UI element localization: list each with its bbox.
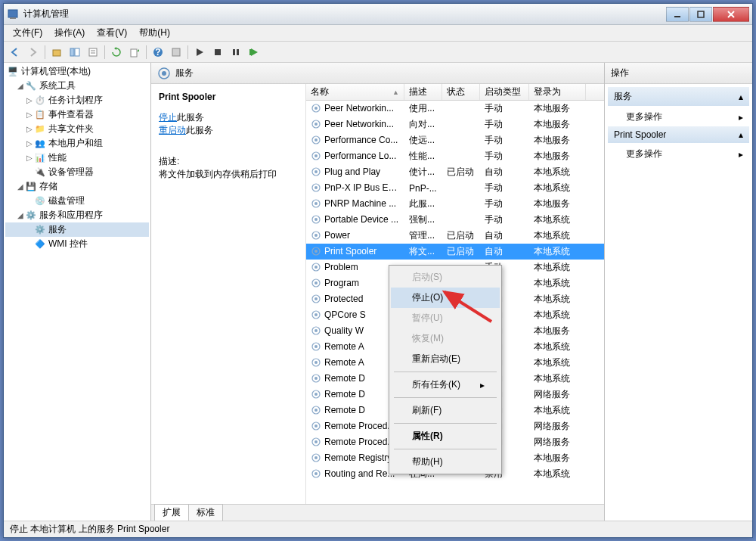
ctx-properties[interactable]: 属性(R) xyxy=(391,426,500,446)
action-more-1[interactable]: 更多操作▸ xyxy=(608,107,749,126)
cell-startup: 手动 xyxy=(480,212,529,228)
expand-icon[interactable]: ▷ xyxy=(25,139,34,148)
svg-point-21 xyxy=(162,71,166,76)
svg-point-65 xyxy=(314,440,318,443)
cell-name: Print Spooler xyxy=(306,244,404,260)
help-button[interactable]: ? xyxy=(150,44,166,61)
app-icon xyxy=(7,8,19,20)
tree-wmi[interactable]: 🔷WMI 控件 xyxy=(5,237,149,251)
service-row[interactable]: Peer Networkin...使用...手动本地服务 xyxy=(306,101,604,117)
refresh-button[interactable] xyxy=(108,44,125,61)
svg-point-43 xyxy=(314,266,318,269)
tree-system-tools[interactable]: ◢🔧系统工具 xyxy=(5,79,149,93)
forward-button[interactable] xyxy=(25,44,42,61)
expand-icon[interactable]: ▷ xyxy=(25,110,34,119)
tree-task-scheduler[interactable]: ▷⏱️任务计划程序 xyxy=(5,93,149,107)
collapse-icon[interactable]: ◢ xyxy=(16,211,25,219)
action-section-spooler[interactable]: Print Spooler▴ xyxy=(608,126,749,143)
detail-desc-label: 描述: xyxy=(159,155,298,168)
tree-device-manager[interactable]: 🔌设备管理器 xyxy=(5,165,149,179)
svg-point-35 xyxy=(314,202,318,205)
tree-services-apps[interactable]: ◢⚙️服务和应用程序 xyxy=(5,208,149,222)
gear-icon xyxy=(311,452,323,465)
collapse-icon[interactable]: ◢ xyxy=(16,82,25,90)
tree-event-viewer[interactable]: ▷📋事件查看器 xyxy=(5,107,149,122)
tree-label: WMI 控件 xyxy=(48,238,88,250)
menu-action[interactable]: 操作(A) xyxy=(48,25,91,41)
col-startup[interactable]: 启动类型 xyxy=(480,84,529,100)
tree-performance[interactable]: ▷📊性能 xyxy=(5,151,149,165)
expand-icon[interactable]: ▷ xyxy=(25,154,34,162)
menu-view[interactable]: 查看(V) xyxy=(91,25,133,41)
cell-logon: 本地服务 xyxy=(529,148,586,164)
tree-label: 本地用户和组 xyxy=(48,137,103,150)
ctx-refresh[interactable]: 刷新(F) xyxy=(391,400,500,421)
up-button[interactable] xyxy=(48,44,65,61)
cell-startup: 手动 xyxy=(480,117,529,132)
tree-shared-folders[interactable]: ▷📁共享文件夹 xyxy=(5,122,149,136)
service-row[interactable]: Portable Device ...强制...手动本地系统 xyxy=(306,212,604,228)
start-service-button[interactable] xyxy=(191,44,208,61)
cell-desc: PnP-... xyxy=(404,182,442,195)
gear-icon xyxy=(311,389,323,401)
service-row[interactable]: PnP-X IP Bus En...PnP-...手动本地系统 xyxy=(306,180,604,196)
back-button[interactable] xyxy=(7,44,23,61)
export-button[interactable] xyxy=(126,44,143,61)
tab-extended[interactable]: 扩展 xyxy=(154,504,189,521)
titlebar[interactable]: 计算机管理 xyxy=(4,4,752,25)
ctx-help[interactable]: 帮助(H) xyxy=(391,452,500,472)
tree-local-users[interactable]: ▷👥本地用户和组 xyxy=(5,136,149,151)
tree-disk-mgmt[interactable]: 💿磁盘管理 xyxy=(5,194,149,208)
restart-service-button[interactable] xyxy=(246,44,262,61)
service-row[interactable]: Print Spooler将文...已启动自动本地系统 xyxy=(306,244,604,260)
stop-suffix: 此服务 xyxy=(177,112,204,123)
tb-icon[interactable] xyxy=(168,44,184,61)
col-name[interactable]: 名称▲ xyxy=(306,84,404,100)
col-logon[interactable]: 登录为 xyxy=(529,84,586,100)
minimize-button[interactable] xyxy=(666,7,689,22)
stop-service-button[interactable] xyxy=(209,44,226,61)
action-more-2[interactable]: 更多操作▸ xyxy=(608,145,749,163)
ctx-all-tasks[interactable]: 所有任务(K)▸ xyxy=(391,375,500,395)
pause-service-button[interactable] xyxy=(228,44,244,61)
expand-icon[interactable]: ▷ xyxy=(25,125,34,133)
menu-help[interactable]: 帮助(H) xyxy=(133,25,176,41)
col-desc[interactable]: 描述 xyxy=(404,84,442,100)
ctx-restart[interactable]: 重新启动(E) xyxy=(391,349,500,369)
service-row[interactable]: Performance Lo...性能...手动本地服务 xyxy=(306,148,604,164)
ctx-stop[interactable]: 停止(O) xyxy=(391,288,500,308)
cell-status xyxy=(442,139,480,142)
tree-services[interactable]: ⚙️服务 xyxy=(5,222,149,237)
service-row[interactable]: Power管理...已启动自动本地系统 xyxy=(306,228,604,244)
close-button[interactable] xyxy=(713,7,749,22)
svg-rect-6 xyxy=(53,50,60,56)
stop-link[interactable]: 停止 xyxy=(159,112,177,123)
main-body: Print Spooler 停止此服务 重启动此服务 描述: 将文件加载到内存供… xyxy=(151,84,604,504)
cell-logon: 本地服务 xyxy=(529,450,586,466)
restart-link[interactable]: 重启动 xyxy=(159,125,186,135)
cell-logon: 本地系统 xyxy=(529,164,586,180)
cell-logon: 本地系统 xyxy=(529,371,586,387)
col-status[interactable]: 状态 xyxy=(442,84,480,100)
show-hide-tree-button[interactable] xyxy=(67,44,83,61)
service-row[interactable]: Performance Co...使远...手动本地服务 xyxy=(306,132,604,148)
service-row[interactable]: Peer Networkin...向对...手动本地服务 xyxy=(306,117,604,132)
svg-point-59 xyxy=(314,393,318,396)
menu-file[interactable]: 文件(F) xyxy=(7,25,48,41)
service-row[interactable]: PNRP Machine ...此服...手动本地服务 xyxy=(306,196,604,212)
cell-name: Peer Networkin... xyxy=(306,101,404,117)
expand-icon[interactable]: ▷ xyxy=(25,96,34,104)
cell-desc: 向对... xyxy=(404,117,442,132)
gear-icon: ⚙️ xyxy=(34,224,46,236)
tree-pane[interactable]: 🖥️计算机管理(本地) ◢🔧系统工具 ▷⏱️任务计划程序 ▷📋事件查看器 ▷📁共… xyxy=(4,63,151,521)
service-row[interactable]: Plug and Play使计...已启动自动本地系统 xyxy=(306,164,604,180)
action-section-services[interactable]: 服务▴ xyxy=(608,87,749,106)
tree-storage[interactable]: ◢💾存储 xyxy=(5,179,149,194)
maximize-button[interactable] xyxy=(689,7,712,22)
properties-button[interactable] xyxy=(85,44,101,61)
tab-standard[interactable]: 标准 xyxy=(188,504,223,521)
tree-root[interactable]: 🖥️计算机管理(本地) xyxy=(5,64,149,79)
cell-logon: 本地系统 xyxy=(529,244,586,260)
collapse-icon[interactable]: ◢ xyxy=(16,182,25,191)
cell-status: 已启动 xyxy=(442,244,480,260)
